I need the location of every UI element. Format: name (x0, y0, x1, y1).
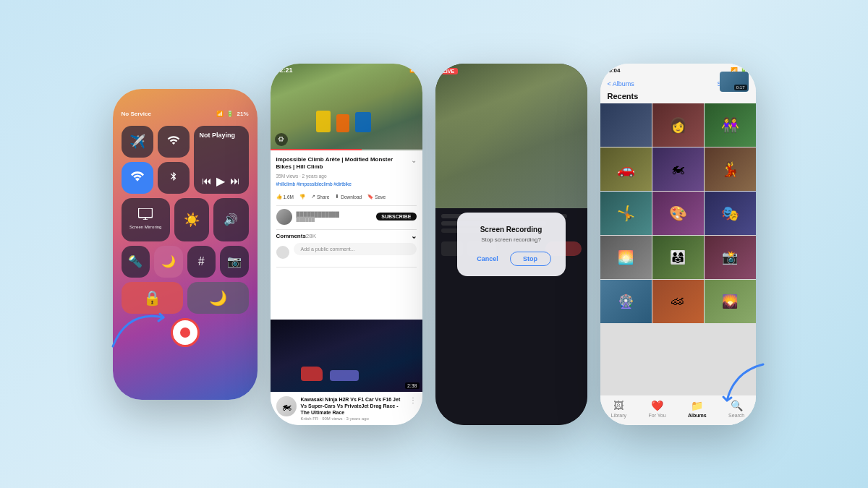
divider-1 (276, 205, 417, 206)
play-button[interactable]: ▶ (216, 174, 225, 188)
photo-cell-7[interactable]: 🤸 (600, 192, 652, 235)
comments-label: Comments (276, 233, 306, 239)
video-meta: 35M views · 2 years ago (276, 174, 417, 179)
thumb-up-icon: 👍 (276, 194, 282, 200)
video-item-text: Kawasaki Ninja H2R Vs F1 Car Vs F16 Jet … (301, 396, 405, 420)
for-you-icon: ❤️ (651, 400, 663, 411)
calculator-button[interactable]: # (187, 246, 216, 278)
share-label: Share (317, 194, 329, 200)
photo-cell-4[interactable]: 🚗 (600, 147, 652, 191)
tab-for-you[interactable]: ❤️ For You (648, 400, 665, 418)
cancel-button[interactable]: Cancel (472, 252, 504, 266)
share-button[interactable]: ↗ Share (311, 194, 329, 200)
focus-button[interactable]: 🌙 (187, 282, 249, 314)
dialog-buttons: Cancel Stop (472, 252, 551, 266)
subscribe-button[interactable]: SUBSCRIBE (376, 213, 416, 221)
bluetooth-button[interactable] (158, 162, 190, 194)
volume-button[interactable]: 🔊 (213, 198, 248, 241)
more-options-icon[interactable]: ⋮ (409, 396, 417, 404)
top-right-thumbnail[interactable]: 0:17 (720, 72, 749, 92)
not-playing-label: Not Playing (200, 132, 243, 139)
tab-albums[interactable]: 📁 Albums (688, 400, 707, 418)
yt-time: 12:21 (276, 67, 293, 74)
screen-record-button[interactable] (171, 318, 200, 347)
photo-cell-8[interactable]: 🎨 (652, 192, 704, 235)
phone-3-container: LIVE Screen Recording (435, 64, 587, 425)
video-2-title: Kawasaki Ninja H2R Vs F1 Car Vs F16 Jet … (301, 396, 405, 416)
video-2-meta: Kriish FR · 90M views · 3 years ago (301, 416, 405, 421)
tab-search[interactable]: 🔍 Search (728, 400, 744, 418)
control-row-2: 🔒 🌙 (122, 282, 249, 314)
comment-input-row: Add a public comment... (276, 243, 417, 261)
cellular-button[interactable] (158, 126, 190, 158)
photo-cell-3[interactable]: 👭 (705, 103, 756, 147)
prev-button[interactable]: ⏮ (202, 175, 212, 187)
dialog-subtitle: Stop screen recording? (472, 236, 551, 243)
wifi-icon (131, 170, 144, 186)
brightness-icon: ☀️ (184, 212, 200, 228)
phone-1-container: No Service 📶 🔋 21% ✈️ (113, 89, 258, 400)
flashlight-button[interactable]: 🔦 (122, 246, 150, 278)
stop-button[interactable]: Stop (510, 252, 551, 266)
settings-icon[interactable]: ⚙ (275, 133, 288, 146)
moon-button[interactable]: 🌙 (154, 246, 183, 278)
wifi-icon: 📶 (216, 111, 224, 117)
back-button[interactable]: < Albums (608, 80, 634, 87)
wifi-button[interactable] (122, 162, 153, 194)
save-button[interactable]: 🔖 Save (367, 194, 386, 200)
now-playing-widget[interactable]: Not Playing ⏮ ▶ ⏭ (194, 126, 249, 194)
subscriber-count: ██████ (297, 217, 373, 221)
lock-button[interactable]: 🔒 (122, 282, 183, 314)
brightness-button[interactable]: ☀️ (174, 198, 209, 241)
recents-header: Recents 0:17 (600, 92, 756, 103)
record-inner (180, 328, 190, 338)
channel-avatar-2: 🏍 (276, 396, 297, 416)
race-elements (301, 367, 359, 381)
dislike-button[interactable]: 👎 (299, 194, 305, 200)
photo-cell-1[interactable] (600, 103, 652, 147)
photo-cell-11[interactable]: 👨‍👩‍👧 (652, 236, 704, 279)
comment-input[interactable]: Add a public comment... (294, 243, 417, 255)
bluetooth-icon (169, 169, 179, 187)
control-row-3: Screen Mirroring ☀️ 🔊 (122, 198, 249, 241)
like-button[interactable]: 👍 1.6M (276, 194, 294, 200)
user-avatar (276, 246, 289, 259)
phone-2-container: 12:21 📶 ⚙ Impossible Climb Arête | Modif… (271, 64, 422, 425)
screen-mirroring-button[interactable]: Screen Mirroring (122, 198, 171, 241)
scene-elements (316, 98, 377, 132)
save-label: Save (375, 194, 386, 200)
left-col: ✈️ (122, 126, 153, 194)
record-button-row (122, 318, 249, 347)
expand-icon[interactable]: ⌄ (411, 156, 417, 164)
control-row-1: ✈️ (122, 126, 249, 194)
photo-cell-10[interactable]: 🌅 (600, 236, 652, 279)
comments-expand-icon[interactable]: ⌄ (411, 232, 417, 240)
cellular-icon (167, 134, 180, 150)
airplane-button[interactable]: ✈️ (122, 126, 153, 158)
battery-percent: 21% (237, 111, 248, 117)
next-button[interactable]: ⏭ (230, 175, 240, 187)
camera-button[interactable]: 📷 (220, 246, 249, 278)
live-badge: LIVE (440, 68, 459, 74)
camera-icon: 📷 (227, 254, 242, 268)
video-title: Impossible Climb Arête | Modified Monste… (276, 156, 408, 171)
save-icon: 🔖 (367, 194, 373, 200)
photo-cell-14[interactable]: 🏎 (652, 280, 704, 323)
video-item-info: 🏍 Kawasaki Ninja H2R Vs F1 Car Vs F16 Je… (271, 392, 422, 424)
photo-cell-6[interactable]: 💃 (705, 147, 756, 191)
youtube-screen: 12:21 📶 ⚙ Impossible Climb Arête | Modif… (271, 64, 422, 425)
tab-library[interactable]: 🖼 Library (611, 400, 626, 418)
library-label: Library (611, 413, 626, 418)
photo-cell-5[interactable]: 🏍 (652, 147, 704, 191)
video-item-2: 2:38 🏍 Kawasaki Ninja H2R Vs F1 Car Vs F… (271, 320, 422, 424)
albums-icon: 📁 (691, 400, 703, 411)
progress-container (271, 149, 422, 150)
photo-cell-15[interactable]: 🌄 (705, 280, 756, 323)
photo-cell-2[interactable]: 👩 (652, 103, 704, 147)
photo-cell-13[interactable]: 🎡 (600, 280, 652, 323)
photo-cell-9[interactable]: 🎭 (705, 192, 756, 235)
photo-cell-12[interactable]: 📸 (705, 236, 756, 279)
calculator-icon: # (198, 255, 205, 268)
like-count: 1.6M (284, 194, 294, 200)
download-button[interactable]: ⬇ Download (335, 194, 362, 200)
